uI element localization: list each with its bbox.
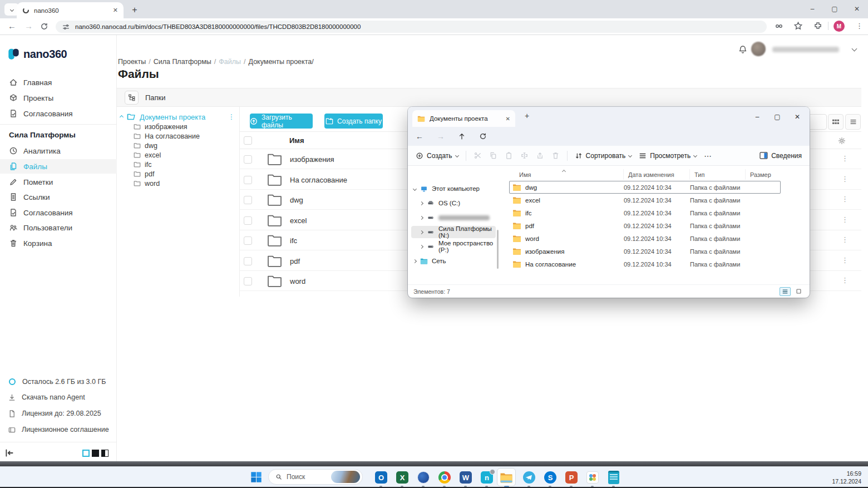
row-menu-kebab-icon[interactable]: ⋮ [841,175,849,183]
tab-close-icon[interactable]: ✕ [113,7,118,14]
row-checkbox[interactable] [244,216,252,225]
table-settings-gear-icon[interactable] [837,136,846,145]
expand-chevron-icon[interactable] [420,244,423,248]
theme-auto-swatch[interactable] [101,450,108,457]
create-folder-button[interactable]: Создать папку [324,114,383,129]
grid-view-button[interactable] [828,114,844,130]
row-checkbox[interactable] [244,196,252,204]
sort-button[interactable]: Сортировать [575,152,632,160]
skype-icon[interactable]: S [543,470,558,485]
up-button[interactable] [458,132,466,140]
details-view-button[interactable] [780,287,791,296]
sidebar-item-links[interactable]: Ссылки [0,190,117,204]
tree-menu-kebab-icon[interactable]: ⋮ [228,113,235,121]
outlook-icon[interactable]: O [374,470,388,485]
nav-drive-n-selected[interactable]: Сила Платформы (N:) [411,226,496,238]
nav-drive-blurred[interactable] [408,211,502,224]
close-button[interactable]: ✕ [846,0,868,18]
expand-chevron-icon[interactable] [413,186,417,190]
browser-profile-avatar[interactable]: M [834,21,845,32]
tree-item[interactable]: excel [134,150,161,160]
column-name[interactable]: Имя [509,169,624,180]
nav-drive-c[interactable]: OS (C:) [408,197,502,209]
user-avatar[interactable] [751,42,766,56]
sidebar-item-analytics[interactable]: Аналитика [0,144,117,158]
upload-files-button[interactable]: Загрузить файлы [250,114,313,129]
sidebar-item-notes[interactable]: Пометки [0,175,117,189]
file-explorer-icon[interactable] [499,470,514,485]
theme-dark-swatch[interactable] [92,450,99,457]
powerpoint-icon[interactable]: P [564,470,579,485]
theme-light-swatch[interactable] [82,450,90,457]
tree-item[interactable]: word [134,179,160,188]
more-options-icon[interactable]: ⋯ [704,151,712,160]
breadcrumb-projects[interactable]: Проекты [118,58,146,66]
maximize-button[interactable]: ▢ [823,0,846,18]
explorer-row[interactable]: pdf 09.12.2024 10:34 Папка с файлами [509,219,781,232]
view-button[interactable]: Просмотреть [639,152,697,160]
expand-chevron-icon[interactable] [413,259,417,263]
row-checkbox[interactable] [244,155,252,164]
taskbar-search[interactable]: Поиск [268,469,363,485]
sidebar-item-approvals[interactable]: Согласования [0,106,117,121]
expand-chevron-icon[interactable] [420,201,423,205]
profile-chevron-icon[interactable] [852,46,857,52]
explorer-row[interactable]: изображения 09.12.2024 10:34 Папка с фай… [509,245,781,258]
new-tab-button[interactable]: + [525,111,529,120]
license-agreement-link[interactable]: Лицензионное соглашение [0,423,117,436]
row-menu-kebab-icon[interactable]: ⋮ [841,256,849,264]
telegram-icon[interactable] [522,470,536,485]
photos-icon[interactable] [585,470,600,485]
nav-scrollbar[interactable] [497,230,499,269]
expand-chevron-icon[interactable] [420,215,423,219]
reload-button[interactable] [40,22,48,31]
notifications-bell-icon[interactable] [738,45,748,55]
tree-item[interactable]: pdf [134,169,154,179]
notes-app-icon[interactable] [606,470,621,485]
details-pane-button[interactable]: Сведения [760,152,802,160]
row-checkbox[interactable] [244,257,252,265]
taskbar-clock[interactable]: 16:59 17.12.2024 [811,470,861,485]
sidebar-item-projects[interactable]: Проекты [0,91,117,105]
new-tab-button[interactable]: + [128,3,141,17]
column-date[interactable]: Дата изменения [624,169,690,180]
file-explorer-window[interactable]: Документы проекта ✕ + – ▢ ✕ ← → ⋯ Сила П… [408,107,810,298]
site-settings-icon[interactable] [62,23,70,31]
tab-close-icon[interactable]: ✕ [506,116,510,122]
chrome-icon[interactable] [437,470,452,485]
list-view-button[interactable] [845,114,861,130]
collapse-caret-icon[interactable] [120,115,124,119]
search-highlight-image[interactable] [331,471,360,483]
minimize-button[interactable]: – [801,0,823,18]
tree-item[interactable]: изображения [134,122,188,131]
column-size[interactable]: Размер [746,169,787,180]
maximize-button[interactable]: ▢ [767,107,787,127]
browser-menu-icon[interactable]: ⋮ [856,22,863,30]
sidebar-item-users[interactable]: Пользователи [0,220,117,235]
word-icon[interactable]: W [458,470,473,485]
refresh-button[interactable] [479,132,487,140]
nav-this-pc[interactable]: Этот компьютер [408,183,502,195]
explorer-row-selected[interactable]: dwg 09.12.2024 10:34 Папка с файлами [509,181,781,194]
close-button[interactable]: ✕ [787,107,807,127]
back-button[interactable]: ← [8,21,16,31]
breadcrumb-platform[interactable]: Сила Платформы [154,58,211,66]
breadcrumb-files[interactable]: Файлы [219,58,241,66]
explorer-row[interactable]: На согласование 09.12.2024 10:34 Папка с… [509,258,781,270]
explorer-titlebar[interactable]: Документы проекта ✕ + – ▢ ✕ [408,107,810,127]
explorer-tab[interactable]: Документы проекта ✕ [412,110,515,127]
collapse-sidebar-icon[interactable] [4,448,14,458]
start-button[interactable] [250,471,262,483]
sidebar-item-home[interactable]: Главная [0,75,117,90]
sidebar-item-trash[interactable]: Корзина [0,236,117,250]
password-key-icon[interactable] [775,22,783,31]
nanocad-app-icon[interactable]: n [480,470,494,485]
row-menu-kebab-icon[interactable]: ⋮ [841,276,849,284]
explorer-row[interactable]: ifc 09.12.2024 10:34 Папка с файлами [509,206,781,219]
icons-view-button[interactable] [793,287,804,296]
row-checkbox[interactable] [244,176,252,184]
row-menu-kebab-icon[interactable]: ⋮ [841,154,849,162]
explorer-row[interactable]: word 09.12.2024 10:34 Папка с файлами [509,232,781,245]
sidebar-item-files[interactable]: Файлы [0,159,117,174]
column-type[interactable]: Тип [690,169,746,180]
